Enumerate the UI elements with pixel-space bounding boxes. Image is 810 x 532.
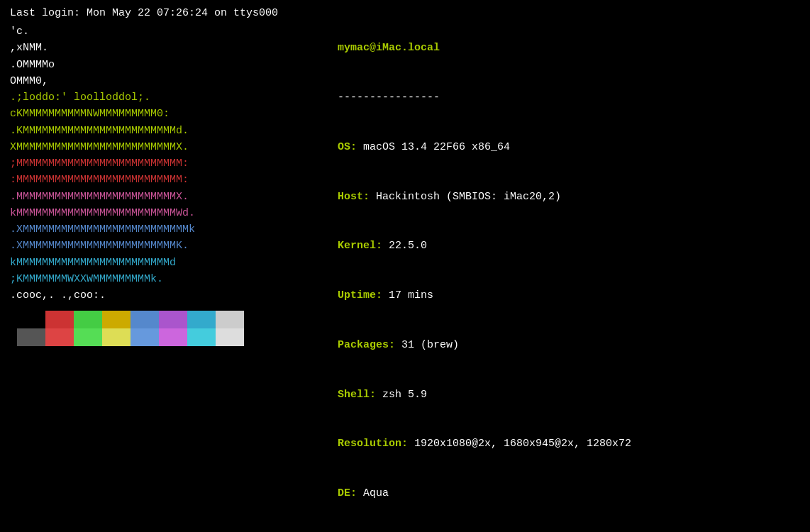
ascii-line-8: XMMMMMMMMMMMMMMMMMMMMMMMMMX. [10, 139, 287, 155]
ascii-line-12: kMMMMMMMMMMMMMMMMMMMMMMMMMWd. [10, 205, 287, 221]
swatch-cyan [187, 311, 216, 328]
swatch-bright-black [17, 328, 45, 346]
info-de: DE: Aqua [287, 469, 631, 519]
swatch-white [216, 311, 244, 328]
swatch-black [17, 311, 45, 328]
resolution-value: 1920x1080@2x, 1680x945@2x, 1280x72 [414, 438, 631, 450]
ascii-line-1: 'c. [10, 23, 287, 40]
separator-value: ---------------- [338, 92, 440, 104]
terminal-window: Last login: Mon May 22 07:26:24 on ttys0… [0, 0, 810, 532]
info-username: mymac@iMac.local [287, 23, 631, 73]
ascii-line-13: .XMMMMMMMMMMMMMMMMMMMMMMMMMMk [10, 221, 287, 238]
info-separator: ---------------- [287, 73, 631, 123]
ascii-line-4: OMMM0, [10, 73, 287, 89]
uptime-label: Uptime: [338, 289, 389, 301]
uptime-value: 17 mins [389, 289, 433, 301]
swatch-bright-white [216, 328, 244, 346]
ascii-line-14: .XMMMMMMMMMMMMMMMMMMMMMMMMK. [10, 238, 287, 254]
de-label: DE: [338, 487, 363, 499]
swatch-green [74, 311, 102, 328]
swatch-bright-yellow [102, 328, 131, 346]
host-label: Host: [338, 191, 376, 203]
info-uptime: Uptime: 17 mins [287, 271, 631, 321]
swatch-bright-cyan [187, 328, 216, 346]
swatch-bright-purple [159, 328, 187, 346]
os-value: macOS 13.4 22F66 x86_64 [363, 141, 510, 153]
swatch-purple [159, 311, 187, 328]
last-login-text: Last login: Mon May 22 07:26:24 on ttys0… [10, 7, 800, 19]
info-resolution: Resolution: 1920x1080@2x, 1680x945@2x, 1… [287, 419, 631, 469]
packages-label: Packages: [338, 339, 401, 351]
ascii-line-11: .MMMMMMMMMMMMMMMMMMMMMMMMMX. [10, 189, 287, 205]
ascii-line-5: .;loddo:' loolloddol;. [10, 89, 287, 106]
ascii-line-3: .OMMMMo [10, 57, 287, 73]
ascii-line-9: ;MMMMMMMMMMMMMMMMMMMMMMMMMM: [10, 155, 287, 172]
system-info: mymac@iMac.local ---------------- OS: ma… [287, 23, 631, 532]
swatch-bright-green [74, 328, 102, 346]
de-value: Aqua [363, 487, 389, 499]
kernel-value: 22.5.0 [389, 240, 427, 252]
ascii-line-2: ,xNMM. [10, 40, 287, 56]
info-wm: WM: Quartz Compositor [287, 519, 631, 533]
info-packages: Packages: 31 (brew) [287, 321, 631, 370]
shell-value: zsh 5.9 [382, 389, 427, 401]
os-label: OS: [338, 141, 363, 153]
username-label: mymac@iMac.local [338, 42, 440, 54]
ascii-line-15: kMMMMMMMMMMMMMMMMMMMMMMMMd [10, 255, 287, 271]
swatch-bright-blue [131, 328, 159, 346]
ascii-line-10: :MMMMMMMMMMMMMMMMMMMMMMMMMM: [10, 172, 287, 188]
ascii-line-16: ;KMMMMMMMWXXWMMMMMMMMMk. [10, 271, 287, 287]
swatch-red [45, 311, 74, 328]
neofetch-area: 'c. ,xNMM. .OMMMMo OMMM0, .;loddo:' lool… [10, 23, 800, 532]
packages-value: 31 (brew) [401, 339, 459, 351]
swatch-bright-red [45, 328, 74, 346]
ascii-line-17: .cooc,. .,coo:. [10, 287, 287, 304]
swatch-blue [131, 311, 159, 328]
info-os: OS: macOS 13.4 22F66 x86_64 [287, 123, 631, 172]
info-kernel: Kernel: 22.5.0 [287, 221, 631, 271]
color-swatch-row-top [17, 311, 287, 328]
host-value: Hackintosh (SMBIOS: iMac20,2) [376, 191, 561, 203]
kernel-label: Kernel: [338, 240, 389, 252]
swatch-yellow [102, 311, 131, 328]
info-shell: Shell: zsh 5.9 [287, 370, 631, 419]
ascii-line-7: .KMMMMMMMMMMMMMMMMMMMMMMMMd. [10, 123, 287, 139]
info-host: Host: Hackintosh (SMBIOS: iMac20,2) [287, 172, 631, 221]
resolution-label: Resolution: [338, 438, 414, 450]
ascii-art: 'c. ,xNMM. .OMMMMo OMMM0, .;loddo:' lool… [10, 23, 287, 532]
ascii-line-6: cKMMMMMMMMMMNWMMMMMMMMM0: [10, 106, 287, 122]
color-swatch-row-bottom [17, 328, 287, 346]
shell-label: Shell: [338, 389, 382, 401]
